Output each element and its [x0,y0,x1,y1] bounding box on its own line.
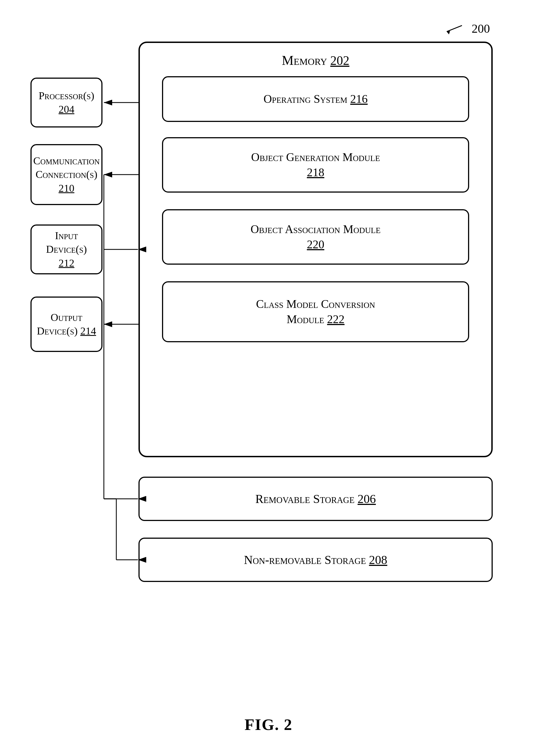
removable-storage-ref: 206 [357,492,376,506]
comm-ref: 210 [59,182,74,194]
os-ref: 216 [350,93,368,105]
cmcm-ref: 222 [327,313,345,326]
memory-ref: 202 [330,54,350,67]
ogm-ref: 218 [307,166,324,179]
input-label: Input Device(s) 212 [36,229,97,270]
processor-label: Processor(s) 204 [38,89,94,116]
ref-200: 200 [472,22,490,36]
memory-box: Memory 202 Operating System 216 Object G… [139,42,493,457]
input-ref: 212 [59,257,74,269]
figure-label: FIG. 2 [245,715,292,734]
output-ref: 214 [80,325,96,337]
diagram: 200 Memory 202 Operating System 216 Obje… [22,17,515,700]
non-removable-storage-box: Non-removable Storage 208 [139,538,493,582]
os-label: Operating System 216 [258,89,373,110]
memory-label: Memory 202 [282,53,349,68]
class-model-conversion-module-box: Class Model ConversionModule 222 [162,281,469,342]
object-association-module-box: Object Association Module 220 [162,209,469,265]
input-devices-box: Input Device(s) 212 [30,224,103,274]
comm-label: CommunicationConnection(s) 210 [33,154,100,195]
object-generation-module-box: Object Generation Module 218 [162,137,469,193]
output-label: OutputDevice(s) 214 [37,311,96,338]
removable-storage-box: Removable Storage 206 [139,477,493,521]
oam-ref: 220 [307,238,324,251]
ogm-label: Object Generation Module 218 [246,147,386,183]
output-devices-box: OutputDevice(s) 214 [30,296,103,352]
non-removable-storage-label: Non-removable Storage 208 [244,553,388,567]
processor-ref: 204 [59,103,74,115]
oam-label: Object Association Module 220 [245,219,386,255]
svg-marker-1 [447,31,450,34]
removable-storage-label: Removable Storage 206 [255,492,376,506]
svg-line-0 [447,25,462,31]
communication-connections-box: CommunicationConnection(s) 210 [30,144,103,205]
cmcm-label: Class Model ConversionModule 222 [250,294,381,330]
operating-system-box: Operating System 216 [162,76,469,122]
non-removable-storage-ref: 208 [369,553,387,567]
processor-box: Processor(s) 204 [30,78,103,127]
